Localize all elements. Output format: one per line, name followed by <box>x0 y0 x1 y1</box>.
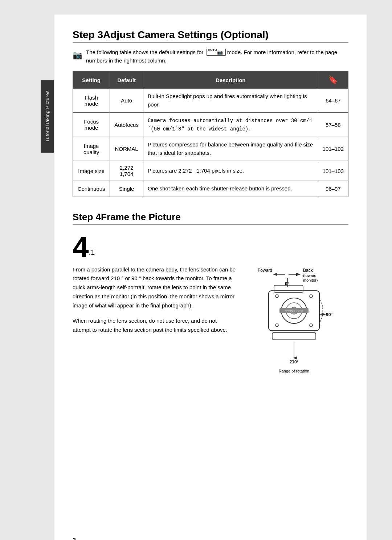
step4-paragraph1: From a position parallel to the camera b… <box>73 265 236 310</box>
flash-area <box>274 285 303 293</box>
cell-setting: Continuous <box>73 181 110 197</box>
camera-diagram: Foward Back (toward monitor) 0° <box>247 265 348 382</box>
focus-description: Camera focuses automatically at distance… <box>148 118 313 132</box>
twoten-label: 210° <box>290 359 299 364</box>
table-row: Focusmode Autofocus Camera focuses autom… <box>73 113 348 137</box>
ninety-label: 90° <box>326 312 332 317</box>
cell-description: Pictures compressed for balance between … <box>143 137 318 161</box>
diagram-svg: Foward Back (toward monitor) 0° <box>247 265 348 382</box>
sidebar-tab: TutorialTaking Pictures <box>41 80 54 153</box>
cell-default: NORMAL <box>110 137 143 161</box>
cell-pages: 96–97 <box>318 181 348 197</box>
table-row: Flash mode Auto Built-in Speedlight pops… <box>73 89 348 113</box>
cell-setting: Imagequality <box>73 137 110 161</box>
page: TutorialTaking Pictures Step 3Adjust Cam… <box>54 15 367 540</box>
step4-digit: 4 <box>73 233 89 262</box>
camera-bottom <box>272 333 316 340</box>
col-default: Default <box>110 72 143 89</box>
forward-label: Foward <box>258 268 272 273</box>
col-pages: 🔖 <box>318 72 348 89</box>
dot-br <box>310 324 313 327</box>
diagram-container: Foward Back (toward monitor) 0° <box>247 265 348 382</box>
viewfinder-right <box>310 295 313 298</box>
step3-heading: Step 3Adjust Camera Settings (Optional) <box>73 29 348 43</box>
step4-paragraph2: When rotating the lens section, do not u… <box>73 317 236 335</box>
cell-pages: 57–58 <box>318 113 348 137</box>
step4-number-heading: Step 4 <box>73 211 101 222</box>
cell-description: Camera focuses automatically at distance… <box>143 113 318 137</box>
dot-bl <box>275 324 278 327</box>
step3-number: Step 3 <box>73 29 103 41</box>
intro-block: 📷 The following table shows the default … <box>73 48 348 65</box>
step4-content: From a position parallel to the camera b… <box>73 265 348 382</box>
table-row: Continuous Single One shot taken each ti… <box>73 181 348 197</box>
cell-default: Autofocus <box>110 113 143 137</box>
cell-description: One shot taken each time shutter-release… <box>143 181 318 197</box>
cell-pages: 64–67 <box>318 89 348 113</box>
rotation-arc-right <box>319 298 323 323</box>
step4-heading: Step 4Frame the Picture <box>73 211 348 225</box>
step4-heading-rest: Frame the Picture <box>101 211 181 222</box>
svg-text:monitor): monitor) <box>303 278 318 282</box>
cell-setting: Image size <box>73 161 110 181</box>
table-row: Image size 2,2721,704 Pictures are 2,272… <box>73 161 348 181</box>
viewfinder-left <box>275 295 278 298</box>
range-label: Range of rotation <box>279 369 309 373</box>
cell-default: Single <box>110 181 143 197</box>
sidebar-label: TutorialTaking Pictures <box>45 90 50 142</box>
table-row: Imagequality NORMAL Pictures compressed … <box>73 137 348 161</box>
step4-sup: .1 <box>89 248 95 256</box>
intro-text: The following table shows the default se… <box>86 48 348 65</box>
cell-setting: Focusmode <box>73 113 110 137</box>
brand-text: coolpix 2200 <box>285 309 303 313</box>
cell-pages: 101–102 <box>318 137 348 161</box>
step3-heading-rest: Adjust Camera Settings (Optional) <box>103 29 269 41</box>
page-number: 2 <box>73 537 76 540</box>
camera-icon: 📷 <box>73 49 82 61</box>
intro-text-part1: The following table shows the default se… <box>86 49 204 55</box>
cell-description: Pictures are 2,272 1,704 pixels in size. <box>143 161 318 181</box>
cell-default: 2,2721,704 <box>110 161 143 181</box>
cell-pages: 101–103 <box>318 161 348 181</box>
cell-description: Built-in Speedlight pops up and fires au… <box>143 89 318 113</box>
cell-default: Auto <box>110 89 143 113</box>
svg-text:(toward: (toward <box>303 273 317 278</box>
settings-table: Setting Default Description 🔖 Flash mode… <box>73 71 348 197</box>
cell-setting: Flash mode <box>73 89 110 113</box>
zero-label: 0° <box>285 281 289 286</box>
auto-mode-icon: AUTO📷 <box>207 49 226 56</box>
step4-text: From a position parallel to the camera b… <box>73 265 236 382</box>
step4-large-number: 4.1 <box>73 233 348 262</box>
col-description: Description <box>143 72 318 89</box>
col-setting: Setting <box>73 72 110 89</box>
back-label: Back <box>303 268 313 273</box>
